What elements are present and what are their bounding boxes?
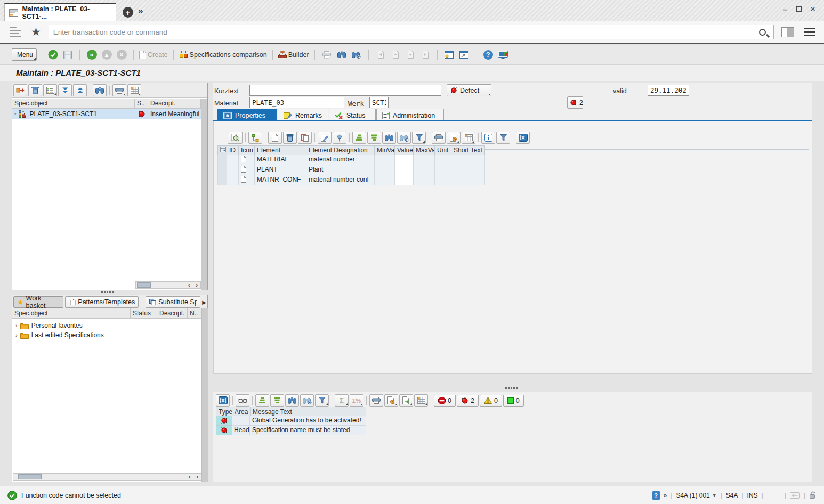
- gui-menu-list-icon[interactable]: [10, 27, 21, 37]
- export-file-button[interactable]: [399, 394, 413, 407]
- col-short-text[interactable]: Short Text: [451, 145, 485, 155]
- message-details-button[interactable]: [236, 394, 249, 407]
- scroll-right-icon[interactable]: ›: [193, 473, 201, 481]
- cancel-button[interactable]: ×: [115, 48, 128, 61]
- col-n[interactable]: N..: [188, 308, 201, 319]
- favorites-star-icon[interactable]: ★: [31, 26, 41, 38]
- minimize-button[interactable]: –: [778, 2, 792, 16]
- cell-designation[interactable]: Plant: [306, 165, 375, 175]
- menu-button[interactable]: Menu: [12, 48, 37, 61]
- gui-settings-button[interactable]: [497, 48, 510, 61]
- col-status[interactable]: Status: [131, 308, 157, 319]
- col-spec-object[interactable]: Spec.object: [12, 308, 131, 319]
- sort-ascending-button[interactable]: [255, 394, 269, 407]
- maximize-button[interactable]: [792, 2, 806, 16]
- expander-icon[interactable]: ›: [15, 332, 18, 338]
- hierarchy-button[interactable]: [248, 132, 262, 144]
- unlock-icon[interactable]: [809, 491, 817, 499]
- edit-button[interactable]: [318, 132, 332, 144]
- pin-button[interactable]: [333, 132, 346, 144]
- create-shortcut-button[interactable]: [458, 48, 471, 61]
- scroll-left-icon[interactable]: ‹: [186, 473, 193, 481]
- split-layout-icon[interactable]: [781, 27, 794, 37]
- session-tab[interactable]: Maintain : PLATE_03-SCT1-...: [4, 3, 116, 21]
- continue-button[interactable]: [46, 48, 59, 61]
- previous-page-button[interactable]: [389, 48, 402, 61]
- cell-element[interactable]: MATERIAL: [255, 155, 306, 165]
- col-maxval[interactable]: MaxVal: [414, 145, 435, 155]
- col-descript[interactable]: Descript.: [148, 99, 201, 109]
- subtotal-button[interactable]: Σ%: [350, 394, 363, 407]
- col-designation[interactable]: Element Designation: [306, 145, 375, 155]
- valid-date-input[interactable]: [648, 85, 689, 96]
- col-minval[interactable]: MinVal: [375, 145, 395, 155]
- expander-icon[interactable]: ›: [15, 322, 18, 329]
- print-button[interactable]: [369, 394, 383, 407]
- vertical-scrollbar[interactable]: [201, 99, 207, 290]
- close-view-button[interactable]: [516, 132, 530, 144]
- new-gui-window-button[interactable]: [443, 48, 456, 61]
- help-button[interactable]: ?: [482, 48, 495, 61]
- success-messages-badge[interactable]: 0: [503, 395, 524, 407]
- row-selector[interactable]: [217, 155, 227, 165]
- tab-patterns-templates[interactable]: Patterns/Templates: [65, 296, 139, 308]
- cell-element[interactable]: PLANT: [255, 165, 306, 175]
- specifications-comparison-button[interactable]: Specifications comparison: [179, 51, 267, 59]
- back-button[interactable]: «: [85, 48, 98, 61]
- display-options-button[interactable]: [43, 84, 57, 96]
- search-icon[interactable]: [759, 29, 766, 36]
- set-filter-button[interactable]: [412, 132, 426, 144]
- info-button[interactable]: [481, 132, 495, 144]
- scroll-right-icon[interactable]: ›: [193, 281, 200, 289]
- work-basket-horizontal-scrollbar[interactable]: ‹ ›: [13, 473, 201, 481]
- vertical-scrollbar[interactable]: [201, 308, 208, 482]
- print-button[interactable]: [320, 48, 333, 61]
- settings-menu-icon[interactable]: [804, 28, 815, 36]
- kurztext-input[interactable]: [249, 85, 441, 96]
- find-button[interactable]: [335, 48, 348, 61]
- status-overflow-icon[interactable]: »: [664, 492, 667, 499]
- export-button[interactable]: [447, 132, 461, 144]
- sort-descending-button[interactable]: [270, 394, 284, 407]
- save-button[interactable]: [61, 48, 74, 61]
- response-time-icon[interactable]: [790, 492, 800, 499]
- col-status[interactable]: S..: [135, 99, 148, 109]
- tab-administration[interactable]: Administration: [376, 109, 444, 121]
- filter-values-button[interactable]: [496, 132, 510, 144]
- collapse-all-button[interactable]: [73, 84, 87, 96]
- tree-item-personal-favorites[interactable]: › Personal favorites: [15, 321, 83, 330]
- cell-designation[interactable]: material number conf: [306, 175, 375, 185]
- panel-splitter-handle[interactable]: [101, 291, 114, 293]
- col-icon[interactable]: Icon: [239, 145, 255, 155]
- builder-button[interactable]: Builder: [278, 51, 309, 59]
- tree-print-button[interactable]: [112, 84, 126, 96]
- set-filter-button[interactable]: [315, 394, 329, 407]
- defect-dropdown[interactable]: Defect: [447, 84, 491, 96]
- find-next-button[interactable]: [397, 132, 411, 144]
- error-messages-badge[interactable]: 2: [457, 395, 479, 407]
- close-messages-button[interactable]: [216, 394, 230, 407]
- next-page-button[interactable]: [404, 48, 417, 61]
- col-descript[interactable]: Descript.: [157, 308, 188, 319]
- col-message-text[interactable]: Message Text: [250, 407, 366, 417]
- table-row[interactable]: MATERIAL material number: [217, 155, 809, 165]
- find-button[interactable]: [285, 394, 299, 407]
- tab-substitute-specifications[interactable]: Substitute Spe: [146, 296, 200, 308]
- exit-button[interactable]: ▲: [100, 48, 113, 61]
- tab-properties[interactable]: Properties: [217, 109, 277, 121]
- detail-button[interactable]: [228, 132, 243, 144]
- insert-line-button[interactable]: [268, 132, 282, 144]
- scroll-left-icon[interactable]: ‹: [185, 281, 193, 289]
- sort-descending-button[interactable]: [367, 132, 381, 144]
- cell-value-input[interactable]: [395, 175, 414, 185]
- total-button[interactable]: Σ: [335, 394, 349, 407]
- col-type[interactable]: Type: [216, 407, 232, 417]
- col-area[interactable]: Area: [232, 407, 250, 417]
- row-selector[interactable]: [217, 165, 227, 175]
- message-row[interactable]: Global Generation has to be activated!: [216, 416, 366, 426]
- tab-overflow-icon[interactable]: »: [138, 6, 143, 17]
- cell-value-input[interactable]: [395, 155, 414, 165]
- col-id[interactable]: ID: [227, 145, 239, 155]
- column-divider[interactable]: [135, 109, 135, 281]
- col-unit[interactable]: Unit: [435, 145, 451, 155]
